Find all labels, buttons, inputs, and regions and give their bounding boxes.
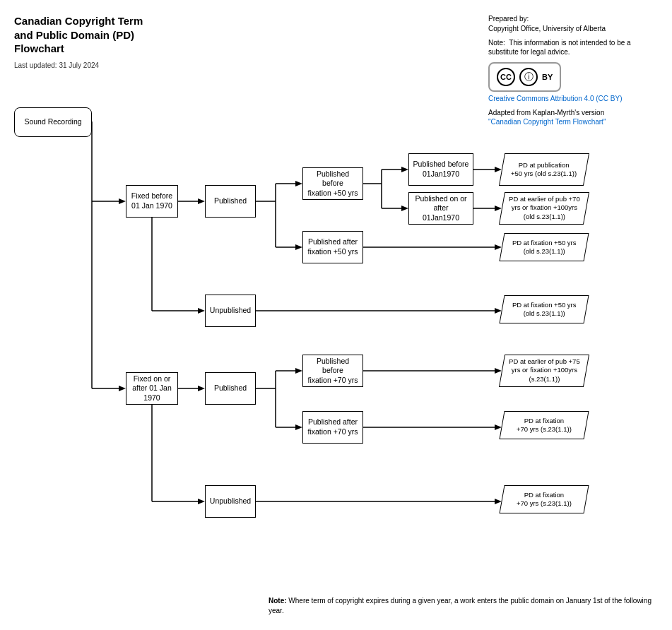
published-top-label: Published bbox=[214, 196, 247, 206]
svg-marker-41 bbox=[295, 368, 302, 374]
footnote-text: Where term of copyright expires during a… bbox=[269, 597, 652, 614]
svg-marker-21 bbox=[401, 167, 408, 172]
page-container: Canadian Copyright Termand Public Domain… bbox=[0, 0, 672, 630]
svg-marker-34 bbox=[198, 386, 205, 391]
pd-earlier-pub-70-box: PD at earlier of pub +70yrs or fixation … bbox=[499, 192, 589, 225]
header-left: Canadian Copyright Termand Public Domain… bbox=[14, 14, 143, 69]
svg-marker-5 bbox=[119, 386, 126, 391]
pd-pub-50-label: PD at publication+50 yrs (old s.23(1.1)) bbox=[511, 161, 577, 179]
pub-before-fix-70-label: Published beforefixation +70 yrs bbox=[306, 357, 360, 386]
svg-marker-44 bbox=[295, 424, 302, 430]
svg-marker-10 bbox=[198, 308, 205, 314]
pub-after-fix-50-label: Published afterfixation +50 yrs bbox=[308, 237, 358, 256]
unpublished-bottom-label: Unpublished bbox=[210, 497, 251, 506]
unpublished-top-box: Unpublished bbox=[205, 295, 256, 327]
by-icon: ⓘ bbox=[519, 68, 538, 86]
pub-before-1970-label: Published before01Jan1970 bbox=[413, 160, 469, 179]
pub-after-fix-50-box: Published afterfixation +50 yrs bbox=[302, 231, 363, 263]
page-title: Canadian Copyright Termand Public Domain… bbox=[14, 14, 143, 56]
pd-earlier-pub-75-box: PD at earlier of pub +75yrs or fixation … bbox=[499, 355, 589, 387]
pd-fix-70-a-label: PD at fixation+70 yrs (s.23(1.1)) bbox=[517, 417, 572, 434]
cc-badge: CC ⓘ BY bbox=[488, 62, 561, 92]
pd-fix-50-a-box: PD at fixation +50 yrs(old s.23(1.1)) bbox=[499, 233, 589, 261]
svg-marker-7 bbox=[198, 198, 205, 204]
footnote: Note: Where term of copyright expires du… bbox=[269, 596, 658, 616]
pub-before-fix-50-box: Published beforefixation +50 yrs bbox=[302, 167, 363, 200]
pd-fix-50-b-box: PD at fixation +50 yrs(old s.23(1.1)) bbox=[499, 295, 589, 323]
prepared-by: Prepared by:Copyright Office, University… bbox=[488, 14, 658, 34]
fixed-after-box: Fixed on or after 01 Jan 1970 bbox=[126, 372, 178, 405]
pub-on-after-1970-box: Published on or after01Jan1970 bbox=[408, 192, 473, 225]
pub-on-after-1970-label: Published on or after01Jan1970 bbox=[412, 194, 470, 223]
sound-recording-box: Sound Recording bbox=[14, 107, 92, 137]
svg-marker-24 bbox=[401, 206, 408, 211]
unpublished-bottom-box: Unpublished bbox=[205, 485, 256, 518]
fixed-before-box: Fixed before 01 Jan 1970 bbox=[126, 185, 178, 218]
svg-marker-17 bbox=[295, 244, 302, 250]
svg-marker-3 bbox=[119, 198, 126, 204]
fixed-before-label: Fixed before 01 Jan 1970 bbox=[129, 191, 175, 210]
pd-fix-50-a-label: PD at fixation +50 yrs(old s.23(1.1)) bbox=[512, 239, 577, 256]
pd-fix-50-b-label: PD at fixation +50 yrs(old s.23(1.1)) bbox=[512, 301, 577, 319]
pd-earlier-pub-70-label: PD at earlier of pub +70yrs or fixation … bbox=[509, 195, 580, 221]
pd-fix-70-b-box: PD at fixation+70 yrs (s.23(1.1)) bbox=[499, 485, 589, 513]
cc-icon: CC bbox=[497, 68, 515, 86]
published-top-box: Published bbox=[205, 185, 256, 218]
fixed-after-label: Fixed on or after 01 Jan 1970 bbox=[129, 374, 175, 403]
note-text: Note: This information is not intended t… bbox=[488, 38, 658, 57]
pub-before-fix-70-box: Published beforefixation +70 yrs bbox=[302, 355, 363, 387]
pub-before-1970-box: Published before01Jan1970 bbox=[408, 153, 473, 186]
pd-fix-70-a-box: PD at fixation+70 yrs (s.23(1.1)) bbox=[499, 411, 589, 439]
pd-pub-50-box: PD at publication+50 yrs (old s.23(1.1)) bbox=[499, 153, 589, 186]
flowchart-area: Sound Recording Fixed before 01 Jan 1970… bbox=[7, 92, 664, 629]
svg-marker-37 bbox=[198, 499, 205, 504]
unpublished-top-label: Unpublished bbox=[210, 306, 251, 316]
pub-after-fix-70-label: Published afterfixation +70 yrs bbox=[308, 417, 358, 436]
last-updated: Last updated: 31 July 2024 bbox=[14, 61, 143, 69]
pub-after-fix-70-box: Published afterfixation +70 yrs bbox=[302, 411, 363, 444]
published-bottom-label: Published bbox=[214, 384, 247, 393]
pd-earlier-pub-75-label: PD at earlier of pub +75yrs or fixation … bbox=[509, 357, 580, 384]
published-bottom-box: Published bbox=[205, 372, 256, 405]
pd-fix-70-b-label: PD at fixation+70 yrs (s.23(1.1)) bbox=[517, 491, 572, 509]
footnote-bold: Note: bbox=[269, 597, 287, 605]
svg-marker-14 bbox=[295, 181, 302, 186]
by-label: BY bbox=[542, 73, 553, 81]
pub-before-fix-50-label: Published beforefixation +50 yrs bbox=[306, 170, 360, 198]
